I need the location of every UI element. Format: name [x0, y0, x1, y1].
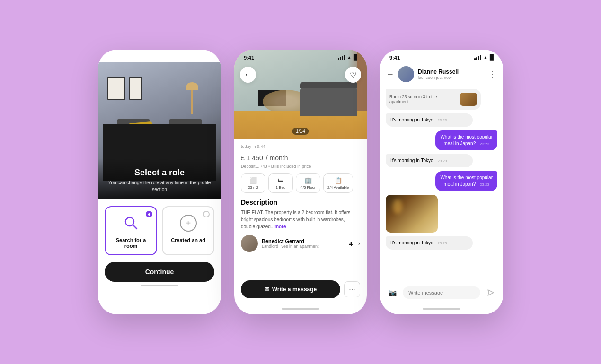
write-message-button[interactable]: ✉ Write a message: [241, 280, 340, 298]
chat-input-area: 📷: [380, 282, 503, 305]
phone-chat: 9:41 ▲ ▉ ← Dianne Russell last seen just…: [380, 50, 503, 314]
radio-search: [146, 211, 152, 217]
apt-sofa: [300, 87, 357, 116]
home-indicator-3: [423, 308, 460, 310]
apt-time-label: today in 9:44: [241, 144, 360, 149]
landlord-chevron-icon[interactable]: ›: [358, 240, 360, 247]
feature-floor: 🏢 4/5 Floor: [296, 173, 320, 193]
msg-text-3: It's morning in Tokyo: [390, 240, 433, 245]
msg-sent-1: What is the most popularmeal in Japan? 2…: [386, 130, 497, 150]
phone-apartment-listing: 9:41 ▲ ▉ 1/14 ← ♡ today in 9:44: [234, 50, 367, 314]
msg-received-1: It's morning in Tokyo 23:23: [386, 113, 497, 127]
size-value: 23 m2: [248, 185, 258, 190]
feature-available: 📋 2/4 Available: [323, 173, 353, 193]
room-thumbnail: [460, 93, 477, 106]
apt-deposit-bills: Deposit £ 743 • Bills Included in price: [241, 164, 360, 169]
lamp-light-effect: [393, 199, 402, 214]
bubble-received-1: It's morning in Tokyo 23:23: [386, 113, 473, 127]
description-title: Description: [241, 199, 360, 206]
heart-btn-apt[interactable]: ♡: [345, 67, 361, 83]
feature-size: ⬜ 23 m2: [241, 173, 265, 193]
message-input[interactable]: [403, 286, 480, 299]
bills-text: Bills Included in price: [271, 164, 311, 169]
deposit-text: Deposit £ 743: [241, 164, 267, 169]
landlord-avatar: [241, 235, 258, 252]
floor-value: 4/5 Floor: [300, 185, 316, 190]
art-frame-1: [107, 77, 125, 100]
send-button[interactable]: [484, 286, 497, 299]
select-role-overlay: Select a role You can change the role at…: [98, 158, 221, 199]
available-icon: 📋: [335, 177, 342, 184]
role-card-search[interactable]: Search for a room: [105, 206, 157, 255]
apt-price: £ 1 450 / month: [241, 151, 360, 163]
room-preview-text: Room 23 sq.m in 3 to the apartment: [389, 95, 456, 104]
radio-create: [203, 211, 210, 217]
battery-icon-3: ▉: [490, 54, 494, 61]
chat-user-status: last seen just now: [418, 75, 485, 80]
back-button-2[interactable]: ←: [240, 67, 256, 83]
home-indicator-1: [141, 285, 178, 286]
cta-area: ✉ Write a message ···: [234, 277, 367, 305]
chat-header: ← Dianne Russell last seen just now ⋮: [380, 62, 503, 85]
msg-time-sent-2: 23:23: [480, 182, 489, 187]
time-2: 9:41: [244, 55, 254, 61]
chat-user-info: Dianne Russell last seen just now: [418, 69, 485, 80]
size-icon: ⬜: [249, 177, 257, 184]
svg-line-1: [133, 225, 137, 229]
role-card-create[interactable]: + Created an ad: [162, 206, 214, 255]
status-icons-3: ▲ ▉: [474, 54, 494, 61]
battery-icon-2: ▉: [354, 54, 357, 61]
msg-received-3: It's morning in Tokyo 23:23: [386, 236, 497, 250]
time-3: 9:41: [389, 55, 400, 61]
room-preview-message: Room 23 sq.m in 3 to the apartment: [386, 89, 481, 110]
description-text: THE FLAT. The property is a 2 bedroom fl…: [241, 209, 360, 230]
continue-button[interactable]: Continue: [105, 262, 214, 282]
status-icons-2: ▲ ▉: [338, 54, 357, 61]
create-role-label: Created an ad: [171, 237, 205, 243]
role-subtitle: You can change the role at any time in t…: [106, 180, 213, 193]
status-bar-3: 9:41 ▲ ▉: [380, 50, 503, 62]
bubble-sent-1: What is the most popularmeal in Japan? 2…: [435, 130, 497, 150]
price-period: / month: [266, 154, 288, 162]
feature-bed: 🛏 1 Bed: [268, 173, 293, 193]
more-options-button[interactable]: ···: [344, 281, 360, 297]
envelope-icon: ✉: [265, 286, 269, 293]
home-indicator-2: [282, 308, 319, 310]
msg-time-3: 23:23: [437, 241, 447, 245]
available-value: 2/4 Available: [327, 185, 349, 190]
chat-more-icon[interactable]: ⋮: [489, 70, 496, 79]
chat-back-button[interactable]: ←: [387, 70, 394, 78]
phone-select-role: 9:41 ▲ ▉: [98, 50, 221, 314]
signal-icon: [192, 55, 199, 60]
camera-button[interactable]: 📷: [386, 286, 399, 299]
wall-lamp: [191, 86, 193, 114]
bubble-received-3: It's morning in Tokyo 23:23: [386, 236, 473, 250]
chat-messages-area: Room 23 sq.m in 3 to the apartment It's …: [380, 85, 503, 282]
desc-content: THE FLAT. The property is a 2 bedroom fl…: [241, 210, 350, 229]
apartment-features: ⬜ 23 m2 🛏 1 Bed 🏢 4/5 Floor 📋 2/4 Availa…: [241, 173, 360, 193]
write-message-label: Write a message: [272, 286, 317, 293]
msg-time-sent-1: 23:23: [480, 142, 489, 146]
msg-sent-2: What is the most popularmeal in Japan? 2…: [386, 171, 497, 191]
role-options: Search for a room + Created an ad: [98, 199, 221, 255]
msg-text-1: It's morning in Tokyo: [390, 117, 433, 122]
chat-image-placeholder: [386, 195, 438, 233]
status-bar-2: 9:41 ▲ ▉: [234, 50, 367, 62]
msg-received-2: It's morning in Tokyo 23:23: [386, 154, 497, 167]
landlord-count: 4: [349, 240, 353, 247]
search-icon-wrap: [121, 213, 141, 234]
favorite-button[interactable]: ♡: [345, 67, 361, 83]
create-icon-wrap: +: [178, 213, 199, 234]
landlord-sub: Landlord lives in an apartment: [262, 244, 345, 249]
apt-hero-section: 1/14 ← ♡: [234, 50, 367, 139]
back-btn-apt[interactable]: ←: [240, 67, 256, 83]
chat-image-message: [386, 195, 438, 233]
search-role-label: Search for a room: [109, 237, 152, 249]
time-1: 9:41: [107, 55, 118, 61]
bed-value: 1 Bed: [276, 185, 286, 190]
floor-icon: 🏢: [304, 177, 312, 184]
image-counter: 1/14: [292, 128, 309, 135]
read-more-link[interactable]: more: [274, 224, 286, 229]
status-icons-1: ▲ ▉: [192, 54, 212, 61]
signal-icon-2: [338, 55, 345, 60]
